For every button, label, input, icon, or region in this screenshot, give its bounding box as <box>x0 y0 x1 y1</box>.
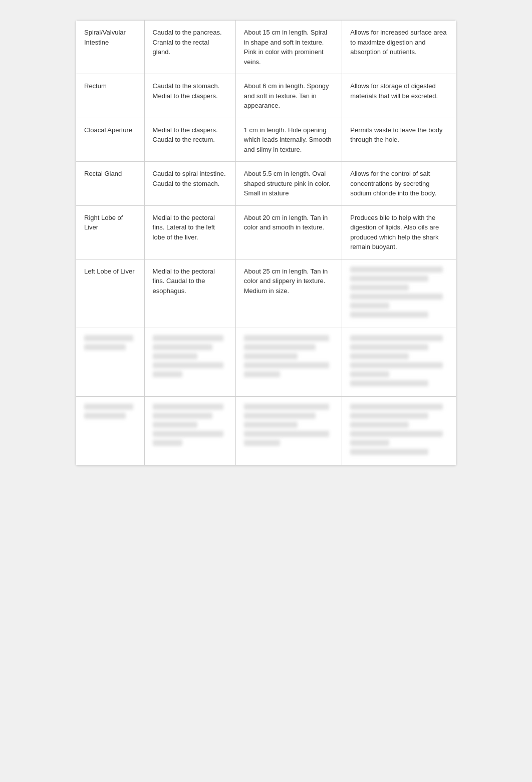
cell-description <box>235 328 342 396</box>
anatomy-table: Spiral/Valvular Intestine Caudal to the … <box>76 20 456 465</box>
table-row-rectal-gland: Rectal Gland Caudal to spiral intestine.… <box>76 162 456 206</box>
cell-location: Caudal to the stomach. Medial to the cla… <box>144 74 235 118</box>
cell-name: Rectum <box>76 74 145 118</box>
cell-description: About 15 cm in length. Spiral in shape a… <box>235 21 342 74</box>
table-row-left-lobe-liver: Left Lobe of Liver Medial to the pectora… <box>76 259 456 328</box>
cell-function: Allows for the control of salt concentra… <box>342 162 456 206</box>
cell-name: Left Lobe of Liver <box>76 259 145 328</box>
cell-location <box>144 396 235 465</box>
cell-location: Caudal to the pancreas. Cranial to the r… <box>144 21 235 74</box>
cell-function <box>342 259 456 328</box>
cell-location: Caudal to spiral intestine. Caudal to th… <box>144 162 235 206</box>
table-row-right-lobe-liver: Right Lobe of Liver Medial to the pector… <box>76 205 456 259</box>
cell-location: Medial to the pectoral fins. Lateral to … <box>144 205 235 259</box>
cell-function: Permits waste to leave the body through … <box>342 118 456 162</box>
table-row-row8 <box>76 396 456 465</box>
cell-name <box>76 396 145 465</box>
cell-description: 1 cm in length. Hole opening which leads… <box>235 118 342 162</box>
cell-location: Medial to the pectoral fins. Caudal to t… <box>144 259 235 328</box>
table-row-row7 <box>76 328 456 396</box>
cell-name: Spiral/Valvular Intestine <box>76 21 145 74</box>
table-row-spiral-valvular-intestine: Spiral/Valvular Intestine Caudal to the … <box>76 21 456 74</box>
cell-location: Medial to the claspers. Caudal to the re… <box>144 118 235 162</box>
table-row-cloacal-aperture: Cloacal Aperture Medial to the claspers.… <box>76 118 456 162</box>
cell-name: Cloacal Aperture <box>76 118 145 162</box>
table-row-rectum: Rectum Caudal to the stomach. Medial to … <box>76 74 456 118</box>
cell-function: Allows for storage of digested materials… <box>342 74 456 118</box>
cell-description: About 25 cm in length. Tan in color and … <box>235 259 342 328</box>
cell-name: Rectal Gland <box>76 162 145 206</box>
cell-function: Produces bile to help with the digestion… <box>342 205 456 259</box>
cell-function <box>342 328 456 396</box>
cell-name: Right Lobe of Liver <box>76 205 145 259</box>
page-container: Spiral/Valvular Intestine Caudal to the … <box>76 20 456 465</box>
cell-description: About 6 cm in length. Spongy and soft in… <box>235 74 342 118</box>
cell-function: Allows for increased surface area to max… <box>342 21 456 74</box>
cell-description <box>235 396 342 465</box>
cell-function <box>342 396 456 465</box>
cell-name <box>76 328 145 396</box>
cell-location <box>144 328 235 396</box>
cell-description: About 5.5 cm in length. Oval shaped stru… <box>235 162 342 206</box>
cell-description: About 20 cm in length. Tan in color and … <box>235 205 342 259</box>
